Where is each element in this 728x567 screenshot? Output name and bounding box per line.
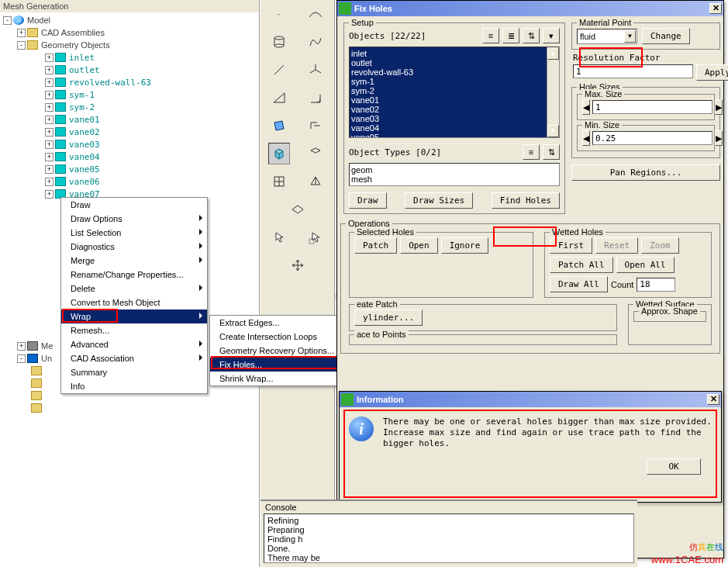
- patch-all-button[interactable]: Patch All: [550, 257, 613, 273]
- tool-angle[interactable]: [305, 87, 326, 109]
- menu-item-convert-to-mesh-object[interactable]: Convert to Mesh Object: [61, 296, 207, 309]
- max-size-input[interactable]: [592, 100, 712, 114]
- menu-item-remesh-[interactable]: Remesh...: [61, 323, 207, 337]
- expand-icon[interactable]: +: [45, 66, 53, 74]
- apply-button[interactable]: Apply: [696, 64, 728, 81]
- tool-axes[interactable]: [305, 59, 326, 81]
- material-select[interactable]: fluid▼: [577, 29, 637, 44]
- tool-triangle[interactable]: [268, 87, 290, 109]
- expand-icon[interactable]: +: [45, 140, 53, 149]
- expand-icon[interactable]: +: [17, 29, 26, 37]
- list-item[interactable]: mesh: [351, 175, 557, 184]
- first-button[interactable]: First: [550, 237, 592, 254]
- max-size-decrease[interactable]: ◀: [582, 99, 590, 115]
- list-item[interactable]: vane04: [351, 123, 557, 133]
- tree-object[interactable]: vane06: [69, 177, 100, 187]
- list-item[interactable]: vane01: [351, 95, 557, 105]
- list-item[interactable]: geom: [351, 165, 557, 175]
- open-all-button[interactable]: Open All: [616, 257, 675, 273]
- expand-icon[interactable]: +: [45, 78, 53, 87]
- tree-cad-assemblies[interactable]: CAD Assemblies: [41, 28, 105, 37]
- close-icon[interactable]: ✕: [709, 3, 722, 14]
- tool-cylinder[interactable]: [268, 31, 290, 53]
- ignore-button[interactable]: Ignore: [441, 237, 489, 254]
- menu-item-draw-options[interactable]: Draw Options: [61, 212, 207, 226]
- tool-curve[interactable]: [305, 31, 326, 53]
- expand-icon[interactable]: +: [45, 178, 53, 186]
- collapse-icon[interactable]: -: [3, 16, 12, 25]
- tree-object[interactable]: vane04: [69, 152, 100, 162]
- menu-item-advanced[interactable]: Advanced: [61, 337, 207, 351]
- draw-button[interactable]: Draw: [349, 192, 387, 209]
- list-item[interactable]: inlet: [351, 49, 557, 58]
- info-titlebar[interactable]: Information ✕: [340, 392, 721, 407]
- scroll-up-icon[interactable]: ▲: [547, 47, 559, 60]
- tool-cell[interactable]: [305, 143, 326, 164]
- menu-item-list-selection[interactable]: List Selection: [61, 226, 207, 240]
- tree-geometry-objects[interactable]: Geometry Objects: [41, 40, 110, 50]
- expand-icon[interactable]: +: [45, 91, 53, 99]
- reset-button[interactable]: Reset: [595, 237, 638, 254]
- tool-cube-selected[interactable]: [268, 143, 290, 164]
- list-item[interactable]: vane02: [351, 105, 557, 114]
- expand-icon[interactable]: +: [45, 103, 53, 112]
- expand-icon[interactable]: +: [45, 165, 53, 174]
- tool-tet[interactable]: [305, 171, 326, 192]
- context-menu[interactable]: DrawDraw OptionsList SelectionDiagnostic…: [60, 197, 208, 394]
- expand-icon[interactable]: +: [45, 128, 53, 137]
- count-input[interactable]: [637, 278, 675, 292]
- draw-sizes-button[interactable]: Draw Sizes: [405, 192, 473, 209]
- objects-listbox[interactable]: inletoutletrevolved-wall-63sym-1sym-2van…: [349, 47, 560, 138]
- menu-item-cad-association[interactable]: CAD Association: [61, 351, 207, 365]
- expand-icon[interactable]: +: [45, 153, 53, 161]
- select-all-button[interactable]: ≡: [482, 28, 499, 43]
- types-sel-button[interactable]: ≡: [523, 144, 540, 160]
- tool-select-all[interactable]: [305, 226, 326, 248]
- list-item[interactable]: vane05: [351, 133, 557, 138]
- expand-icon[interactable]: +: [17, 342, 26, 351]
- tree-object[interactable]: vane01: [69, 115, 100, 125]
- tree-object[interactable]: inlet: [69, 53, 95, 63]
- menu-item-info[interactable]: Info: [61, 379, 207, 393]
- resolution-input[interactable]: [573, 64, 693, 78]
- min-size-input[interactable]: [592, 131, 712, 145]
- tree-object[interactable]: vane02: [69, 127, 100, 137]
- menu-item-wrap[interactable]: Wrap: [61, 309, 207, 323]
- tool-point[interactable]: ·: [268, 3, 290, 25]
- list-item[interactable]: revolved-wall-63: [351, 67, 557, 77]
- list-item[interactable]: vane03: [351, 114, 557, 123]
- expand-icon[interactable]: +: [45, 116, 53, 124]
- collapse-icon[interactable]: -: [17, 41, 26, 50]
- scroll-down-icon[interactable]: ▼: [547, 125, 559, 137]
- tool-mesh[interactable]: [268, 171, 290, 192]
- max-size-increase[interactable]: ▶: [715, 99, 723, 115]
- expand-icon[interactable]: +: [45, 190, 53, 199]
- menu-item-draw[interactable]: Draw: [61, 198, 207, 212]
- list-item[interactable]: sym-2: [351, 86, 557, 95]
- min-size-increase[interactable]: ▶: [715, 130, 723, 146]
- find-holes-button[interactable]: Find Holes: [492, 192, 560, 209]
- console-output[interactable]: Refining Preparing Finding hDone. There …: [264, 513, 634, 563]
- tool-extend[interactable]: [305, 115, 326, 137]
- draw-all-button[interactable]: Draw All: [550, 276, 608, 292]
- tree-object[interactable]: outlet: [69, 65, 100, 75]
- collapse-icon[interactable]: -: [17, 354, 26, 363]
- close-icon[interactable]: ✕: [707, 394, 719, 405]
- list-item[interactable]: outlet: [351, 58, 557, 67]
- filter-button[interactable]: ▾: [543, 28, 560, 43]
- tree-mesh[interactable]: Me: [41, 341, 53, 351]
- dropdown-icon[interactable]: ▼: [624, 30, 636, 43]
- expand-icon[interactable]: +: [45, 54, 53, 62]
- menu-item-summary[interactable]: Summary: [61, 365, 207, 379]
- tool-select[interactable]: [268, 226, 290, 248]
- menu-item-delete[interactable]: Delete: [61, 282, 207, 296]
- menu-item-merge[interactable]: Merge: [61, 254, 207, 268]
- tree-object[interactable]: sym-2: [69, 102, 95, 112]
- tree-object[interactable]: revolved-wall-63: [69, 78, 151, 88]
- tool-plane[interactable]: [268, 115, 290, 137]
- patch-button[interactable]: Patch: [354, 237, 397, 254]
- zoom-button[interactable]: Zoom: [641, 237, 679, 254]
- object-types-listbox[interactable]: geommesh: [349, 163, 560, 186]
- tree-object[interactable]: vane05: [69, 164, 100, 175]
- pan-regions-button[interactable]: Pan Regions...: [571, 164, 720, 181]
